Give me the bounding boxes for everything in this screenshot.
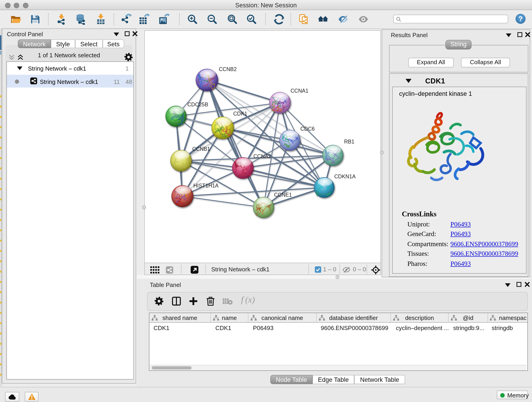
svg-text:CDKN1A: CDKN1A <box>334 173 356 179</box>
svg-text:CDC6: CDC6 <box>300 126 315 132</box>
svg-text:CCNA2: CCNA2 <box>253 153 271 159</box>
svg-text:?: ? <box>518 15 523 23</box>
svg-text:RB1: RB1 <box>344 138 355 144</box>
svg-text:CCNB1: CCNB1 <box>192 146 210 152</box>
svg-text:CCNE1: CCNE1 <box>274 191 292 198</box>
svg-text:HIST1H1A: HIST1H1A <box>193 182 219 188</box>
svg-text:CDC25B: CDC25B <box>187 101 208 107</box>
svg-text:CDK1: CDK1 <box>233 110 247 116</box>
svg-text:CCNB2: CCNB2 <box>219 66 237 72</box>
svg-text:CCNA1: CCNA1 <box>291 88 308 94</box>
